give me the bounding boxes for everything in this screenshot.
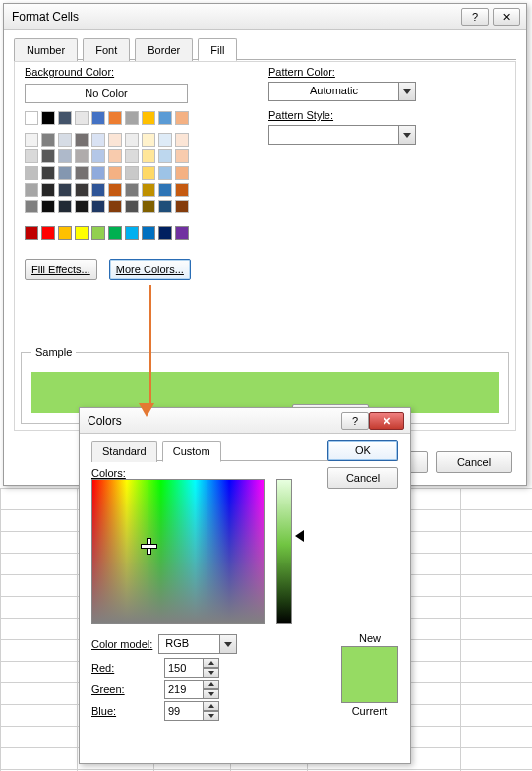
pattern-style-dropdown[interactable] <box>268 125 416 145</box>
fill-effects-button[interactable]: Fill Effects... <box>25 259 97 280</box>
color-swatch[interactable] <box>175 111 189 125</box>
color-swatch[interactable] <box>41 200 55 213</box>
close-icon[interactable]: ✕ <box>493 8 520 26</box>
luminance-pointer-icon[interactable] <box>295 530 304 542</box>
spin-up-icon[interactable] <box>204 701 219 711</box>
color-swatch[interactable] <box>41 166 55 180</box>
color-swatch[interactable] <box>91 200 105 213</box>
standard-color-swatch[interactable] <box>91 226 105 240</box>
color-swatch[interactable] <box>142 200 155 213</box>
spin-up-icon[interactable] <box>204 680 219 689</box>
color-swatch[interactable] <box>125 149 139 163</box>
standard-color-swatch[interactable] <box>108 226 122 240</box>
standard-color-swatch[interactable] <box>142 226 155 240</box>
standard-color-swatch[interactable] <box>58 226 72 240</box>
color-swatch[interactable] <box>41 133 55 147</box>
color-swatch[interactable] <box>158 200 172 213</box>
color-swatch[interactable] <box>175 200 189 213</box>
standard-color-swatch[interactable] <box>158 226 172 240</box>
color-swatch[interactable] <box>158 149 172 163</box>
green-spinner[interactable] <box>164 680 221 699</box>
spin-down-icon[interactable] <box>204 668 219 678</box>
color-swatch[interactable] <box>91 111 105 125</box>
color-swatch[interactable] <box>125 200 139 213</box>
color-swatch[interactable] <box>175 133 189 147</box>
color-swatch[interactable] <box>175 149 189 163</box>
blue-spinner[interactable] <box>164 701 221 721</box>
color-swatch[interactable] <box>108 111 122 125</box>
colors-titlebar[interactable]: Colors ? ✕ <box>80 408 410 434</box>
standard-color-swatch[interactable] <box>75 226 89 240</box>
color-swatch[interactable] <box>158 183 172 197</box>
color-swatch[interactable] <box>58 166 72 180</box>
color-swatch[interactable] <box>41 183 55 197</box>
tab-border[interactable]: Border <box>135 38 193 61</box>
ok-button[interactable]: OK <box>327 440 398 461</box>
help-icon[interactable]: ? <box>461 8 489 26</box>
spin-up-icon[interactable] <box>204 658 219 668</box>
standard-color-swatch[interactable] <box>175 226 189 240</box>
color-swatch[interactable] <box>25 183 38 197</box>
chevron-down-icon[interactable] <box>219 635 236 653</box>
color-swatch[interactable] <box>125 166 139 180</box>
more-colors-button[interactable]: More Colors... <box>109 259 191 280</box>
standard-color-swatch[interactable] <box>41 226 55 240</box>
color-swatch[interactable] <box>108 183 122 197</box>
color-swatch[interactable] <box>91 149 105 163</box>
green-input[interactable] <box>164 680 204 699</box>
color-swatch[interactable] <box>58 133 72 147</box>
color-swatch[interactable] <box>175 166 189 180</box>
color-swatch[interactable] <box>142 111 155 125</box>
color-swatch[interactable] <box>75 111 89 125</box>
color-swatch[interactable] <box>142 133 155 147</box>
color-picker-field[interactable] <box>91 479 265 624</box>
color-swatch[interactable] <box>25 200 38 213</box>
format-cells-titlebar[interactable]: Format Cells ? ✕ <box>4 4 526 30</box>
red-spinner[interactable] <box>164 658 221 678</box>
color-swatch[interactable] <box>75 166 89 180</box>
color-swatch[interactable] <box>158 166 172 180</box>
color-swatch[interactable] <box>125 111 139 125</box>
chevron-down-icon[interactable] <box>398 126 415 144</box>
color-swatch[interactable] <box>108 133 122 147</box>
color-swatch[interactable] <box>158 133 172 147</box>
chevron-down-icon[interactable] <box>398 83 415 100</box>
color-swatch[interactable] <box>91 183 105 197</box>
color-swatch[interactable] <box>125 133 139 147</box>
color-swatch[interactable] <box>142 149 155 163</box>
pattern-color-dropdown[interactable]: Automatic <box>268 82 416 101</box>
tab-number[interactable]: Number <box>14 38 78 61</box>
color-swatch[interactable] <box>25 111 38 125</box>
color-swatch[interactable] <box>125 183 139 197</box>
luminance-slider[interactable] <box>276 479 292 624</box>
color-swatch[interactable] <box>91 133 105 147</box>
help-icon[interactable]: ? <box>341 412 369 430</box>
blue-input[interactable] <box>164 701 204 721</box>
color-swatch[interactable] <box>142 166 155 180</box>
color-swatch[interactable] <box>108 166 122 180</box>
color-swatch[interactable] <box>158 111 172 125</box>
color-swatch[interactable] <box>175 183 189 197</box>
color-swatch[interactable] <box>25 149 38 163</box>
red-input[interactable] <box>164 658 204 678</box>
close-icon[interactable]: ✕ <box>369 412 404 430</box>
cancel-button[interactable]: Cancel <box>436 451 512 473</box>
theme-color-grid[interactable] <box>25 111 191 213</box>
color-model-dropdown[interactable]: RGB <box>158 634 237 654</box>
tab-fill[interactable]: Fill <box>198 38 237 61</box>
color-swatch[interactable] <box>75 149 89 163</box>
color-swatch[interactable] <box>25 133 38 147</box>
color-swatch[interactable] <box>58 183 72 197</box>
no-color-button[interactable]: No Color <box>25 84 188 103</box>
spin-down-icon[interactable] <box>204 689 219 699</box>
standard-color-swatch[interactable] <box>25 226 38 240</box>
cancel-button[interactable]: Cancel <box>327 467 398 489</box>
color-swatch[interactable] <box>41 149 55 163</box>
color-swatch[interactable] <box>75 183 89 197</box>
color-swatch[interactable] <box>58 149 72 163</box>
color-swatch[interactable] <box>91 166 105 180</box>
color-swatch[interactable] <box>41 111 55 125</box>
color-swatch[interactable] <box>75 200 89 213</box>
tab-custom[interactable]: Custom <box>162 441 221 462</box>
color-swatch[interactable] <box>58 111 72 125</box>
